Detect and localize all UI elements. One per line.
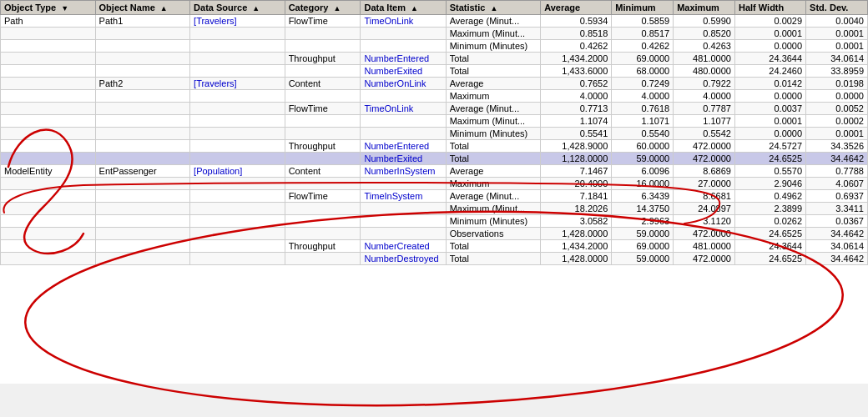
table-cell: 59.0000 bbox=[612, 228, 674, 240]
table-cell[interactable] bbox=[361, 90, 446, 103]
table-cell: Path bbox=[1, 15, 96, 28]
table-cell[interactable] bbox=[190, 90, 285, 103]
table-row: Path2[Travelers]ContentNumberOnLinkAvera… bbox=[1, 78, 868, 90]
table-cell bbox=[95, 153, 190, 165]
table-cell[interactable] bbox=[190, 228, 285, 240]
table-cell: 0.8520 bbox=[674, 28, 735, 40]
col-header-stddev[interactable]: Std. Dev. bbox=[806, 1, 868, 15]
col-header-datasrc[interactable]: Data Source ▲ bbox=[190, 1, 285, 15]
table-cell[interactable]: NumberEntered bbox=[361, 53, 446, 65]
col-header-objtype[interactable]: Object Type ▼ bbox=[1, 1, 96, 15]
table-cell[interactable]: NumberInSystem bbox=[361, 165, 446, 178]
table-cell bbox=[1, 203, 96, 215]
col-header-objname[interactable]: Object Name ▲ bbox=[95, 1, 190, 15]
table-cell bbox=[1, 90, 96, 103]
sort-arrow-category: ▲ bbox=[333, 4, 341, 13]
table-cell[interactable]: NumberCreated bbox=[361, 240, 446, 253]
table-cell: 0.7713 bbox=[541, 103, 612, 115]
table-cell bbox=[95, 215, 190, 228]
table-cell[interactable] bbox=[190, 140, 285, 153]
table-cell: Minimum (Minutes) bbox=[446, 128, 541, 140]
table-cell[interactable] bbox=[190, 65, 285, 78]
table-cell: 2.9046 bbox=[734, 178, 805, 190]
table-cell: Minimum (Minutes) bbox=[446, 215, 541, 228]
table-cell: 0.0000 bbox=[806, 90, 868, 103]
col-header-minimum[interactable]: Minimum bbox=[612, 1, 674, 15]
table-cell: 0.5859 bbox=[612, 15, 674, 28]
table-cell: 6.0096 bbox=[612, 165, 674, 178]
table-cell[interactable] bbox=[190, 253, 285, 265]
table-cell[interactable]: TimeOnLink bbox=[361, 103, 446, 115]
table-cell[interactable] bbox=[190, 215, 285, 228]
table-cell[interactable]: TimeInSystem bbox=[361, 190, 446, 203]
table-cell: 7.1467 bbox=[541, 165, 612, 178]
table-cell[interactable] bbox=[190, 190, 285, 203]
table-row: PathPath1[Travelers]FlowTimeTimeOnLinkAv… bbox=[1, 15, 868, 28]
table-cell[interactable]: NumberEntered bbox=[361, 140, 446, 153]
table-cell: 0.7788 bbox=[806, 165, 868, 178]
table-cell: 472.0000 bbox=[674, 253, 735, 265]
table-cell bbox=[95, 228, 190, 240]
table-cell: Total bbox=[446, 240, 541, 253]
table-cell: 0.7652 bbox=[541, 78, 612, 90]
table-cell[interactable]: NumberDestroyed bbox=[361, 253, 446, 265]
table-cell: 24.6525 bbox=[734, 253, 805, 265]
table-cell[interactable] bbox=[190, 153, 285, 165]
table-cell[interactable] bbox=[361, 40, 446, 53]
table-cell[interactable] bbox=[190, 128, 285, 140]
table-cell: 68.0000 bbox=[612, 65, 674, 78]
table-cell bbox=[95, 178, 190, 190]
table-cell[interactable] bbox=[361, 128, 446, 140]
table-cell[interactable] bbox=[190, 203, 285, 215]
table-cell: Total bbox=[446, 53, 541, 65]
col-header-average[interactable]: Average bbox=[541, 1, 612, 15]
table-cell: 8.6681 bbox=[674, 190, 735, 203]
sort-arrow-datasrc: ▲ bbox=[252, 4, 260, 13]
table-cell[interactable] bbox=[190, 115, 285, 128]
table-cell: 1,128.0000 bbox=[541, 153, 612, 165]
table-cell[interactable]: [Travelers] bbox=[190, 78, 285, 90]
table-cell: 1.1071 bbox=[612, 115, 674, 128]
table-cell: 0.5570 bbox=[734, 165, 805, 178]
table-cell[interactable]: NumberExited bbox=[361, 65, 446, 78]
table-cell[interactable] bbox=[190, 40, 285, 53]
table-cell: 14.3750 bbox=[612, 203, 674, 215]
table-cell[interactable]: TimeOnLink bbox=[361, 15, 446, 28]
table-cell: Maximum bbox=[446, 178, 541, 190]
table-cell: Observations bbox=[446, 228, 541, 240]
table-cell[interactable]: NumberOnLink bbox=[361, 78, 446, 90]
table-cell[interactable]: NumberExited bbox=[361, 153, 446, 165]
col-header-dataitem[interactable]: Data Item ▲ bbox=[361, 1, 446, 15]
table-cell: 1.1077 bbox=[674, 115, 735, 128]
col-header-halfwidth[interactable]: Half Width bbox=[734, 1, 805, 15]
col-header-category[interactable]: Category ▲ bbox=[285, 1, 361, 15]
table-cell[interactable] bbox=[190, 28, 285, 40]
table-cell[interactable] bbox=[361, 228, 446, 240]
table-cell[interactable] bbox=[361, 215, 446, 228]
col-header-maximum[interactable]: Maximum bbox=[674, 1, 735, 15]
data-table-container[interactable]: Object Type ▼ Object Name ▲ Data Source … bbox=[0, 0, 868, 384]
table-cell: 34.4642 bbox=[806, 253, 868, 265]
table-cell bbox=[1, 78, 96, 90]
table-cell: 33.8959 bbox=[806, 65, 868, 78]
table-cell: FlowTime bbox=[285, 15, 361, 28]
table-cell[interactable] bbox=[361, 28, 446, 40]
col-header-statistic[interactable]: Statistic ▲ bbox=[446, 1, 541, 15]
table-cell: 0.0001 bbox=[806, 128, 868, 140]
table-cell[interactable] bbox=[190, 178, 285, 190]
table-cell[interactable] bbox=[361, 115, 446, 128]
table-cell: 0.0142 bbox=[734, 78, 805, 90]
table-cell: 0.6937 bbox=[806, 190, 868, 203]
table-cell bbox=[95, 40, 190, 53]
table-cell[interactable]: [Population] bbox=[190, 165, 285, 178]
table-cell: 34.0614 bbox=[806, 53, 868, 65]
table-cell: 472.0000 bbox=[674, 140, 735, 153]
table-cell[interactable] bbox=[190, 103, 285, 115]
table-cell[interactable] bbox=[190, 240, 285, 253]
table-cell[interactable] bbox=[361, 203, 446, 215]
table-cell[interactable] bbox=[361, 178, 446, 190]
table-cell: 2.3899 bbox=[734, 203, 805, 215]
table-cell[interactable]: [Travelers] bbox=[190, 15, 285, 28]
table-cell: 0.7787 bbox=[674, 103, 735, 115]
table-cell[interactable] bbox=[190, 53, 285, 65]
